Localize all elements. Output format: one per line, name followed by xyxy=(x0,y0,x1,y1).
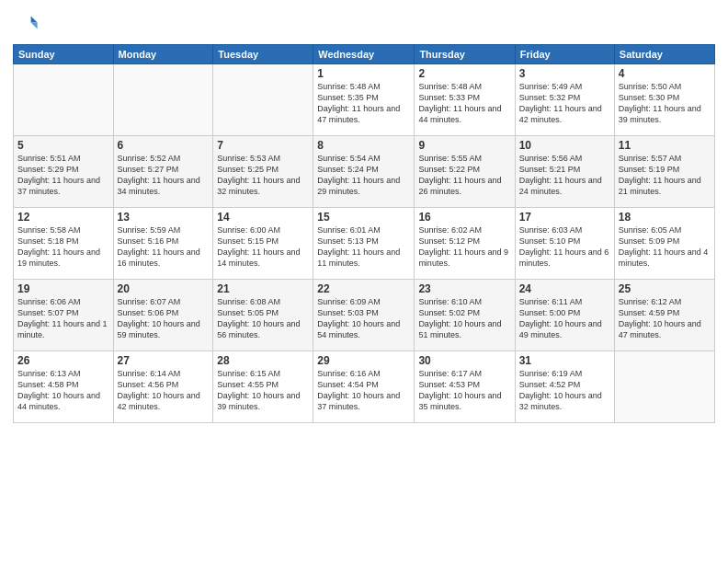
day-number: 31 xyxy=(519,354,610,367)
calendar-week-5: 26Sunrise: 6:13 AM Sunset: 4:58 PM Dayli… xyxy=(14,351,715,423)
day-info: Sunrise: 6:10 AM Sunset: 5:02 PM Dayligh… xyxy=(418,296,510,341)
day-info: Sunrise: 5:53 AM Sunset: 5:25 PM Dayligh… xyxy=(217,153,309,198)
calendar-cell: 16Sunrise: 6:02 AM Sunset: 5:12 PM Dayli… xyxy=(415,208,515,280)
day-number: 2 xyxy=(418,67,510,80)
day-number: 10 xyxy=(519,139,610,152)
calendar-cell: 6Sunrise: 5:52 AM Sunset: 5:27 PM Daylig… xyxy=(113,136,213,208)
day-info: Sunrise: 5:48 AM Sunset: 5:35 PM Dayligh… xyxy=(317,81,410,126)
day-info: Sunrise: 5:51 AM Sunset: 5:29 PM Dayligh… xyxy=(17,153,109,198)
day-number: 26 xyxy=(17,354,109,367)
day-number: 12 xyxy=(17,211,109,224)
calendar-cell xyxy=(213,64,313,136)
calendar-cell: 30Sunrise: 6:17 AM Sunset: 4:53 PM Dayli… xyxy=(415,351,515,423)
day-number: 28 xyxy=(217,354,309,367)
day-number: 27 xyxy=(118,354,210,367)
calendar-cell: 20Sunrise: 6:07 AM Sunset: 5:06 PM Dayli… xyxy=(113,280,213,351)
day-number: 17 xyxy=(519,211,610,224)
weekday-header-tuesday: Tuesday xyxy=(213,45,313,64)
day-number: 1 xyxy=(317,67,410,80)
calendar-cell xyxy=(614,351,714,423)
day-info: Sunrise: 5:49 AM Sunset: 5:32 PM Dayligh… xyxy=(519,81,610,126)
day-number: 7 xyxy=(217,139,309,152)
calendar-table: SundayMondayTuesdayWednesdayThursdayFrid… xyxy=(13,44,715,423)
calendar-cell: 23Sunrise: 6:10 AM Sunset: 5:02 PM Dayli… xyxy=(415,280,515,351)
day-number: 13 xyxy=(118,211,210,224)
day-info: Sunrise: 6:05 AM Sunset: 5:09 PM Dayligh… xyxy=(619,224,711,270)
weekday-header-thursday: Thursday xyxy=(415,45,515,64)
calendar-cell xyxy=(113,64,213,136)
calendar-cell: 19Sunrise: 6:06 AM Sunset: 5:07 PM Dayli… xyxy=(14,280,114,351)
day-info: Sunrise: 5:50 AM Sunset: 5:30 PM Dayligh… xyxy=(619,81,711,126)
calendar-cell: 3Sunrise: 5:49 AM Sunset: 5:32 PM Daylig… xyxy=(515,64,614,136)
calendar-week-4: 19Sunrise: 6:06 AM Sunset: 5:07 PM Dayli… xyxy=(14,280,715,351)
calendar-cell: 27Sunrise: 6:14 AM Sunset: 4:56 PM Dayli… xyxy=(113,351,213,423)
day-number: 18 xyxy=(619,211,711,224)
day-number: 4 xyxy=(619,67,711,80)
day-number: 21 xyxy=(217,282,309,295)
logo xyxy=(13,11,42,37)
day-info: Sunrise: 5:58 AM Sunset: 5:18 PM Dayligh… xyxy=(17,224,109,270)
day-info: Sunrise: 5:54 AM Sunset: 5:24 PM Dayligh… xyxy=(317,153,410,198)
day-info: Sunrise: 5:57 AM Sunset: 5:19 PM Dayligh… xyxy=(619,153,711,198)
day-info: Sunrise: 6:17 AM Sunset: 4:53 PM Dayligh… xyxy=(418,368,510,413)
day-number: 15 xyxy=(317,211,410,224)
weekday-header-wednesday: Wednesday xyxy=(313,45,415,64)
weekday-header-saturday: Saturday xyxy=(614,45,714,64)
day-info: Sunrise: 6:00 AM Sunset: 5:15 PM Dayligh… xyxy=(217,224,309,270)
day-number: 3 xyxy=(519,67,610,80)
calendar-cell: 2Sunrise: 5:48 AM Sunset: 5:33 PM Daylig… xyxy=(415,64,515,136)
day-info: Sunrise: 6:02 AM Sunset: 5:12 PM Dayligh… xyxy=(418,224,510,270)
day-info: Sunrise: 6:06 AM Sunset: 5:07 PM Dayligh… xyxy=(17,296,109,341)
calendar-cell: 26Sunrise: 6:13 AM Sunset: 4:58 PM Dayli… xyxy=(14,351,114,423)
calendar-cell: 11Sunrise: 5:57 AM Sunset: 5:19 PM Dayli… xyxy=(614,136,714,208)
weekday-header-friday: Friday xyxy=(515,45,614,64)
day-info: Sunrise: 6:13 AM Sunset: 4:58 PM Dayligh… xyxy=(17,368,109,413)
day-number: 6 xyxy=(118,139,210,152)
day-info: Sunrise: 6:15 AM Sunset: 4:55 PM Dayligh… xyxy=(217,368,309,413)
calendar-cell xyxy=(14,64,114,136)
logo-icon xyxy=(13,11,39,37)
calendar-cell: 10Sunrise: 5:56 AM Sunset: 5:21 PM Dayli… xyxy=(515,136,614,208)
day-number: 9 xyxy=(418,139,510,152)
calendar-cell: 14Sunrise: 6:00 AM Sunset: 5:15 PM Dayli… xyxy=(213,208,313,280)
svg-marker-1 xyxy=(31,23,38,29)
day-number: 14 xyxy=(217,211,309,224)
calendar-cell: 22Sunrise: 6:09 AM Sunset: 5:03 PM Dayli… xyxy=(313,280,415,351)
day-number: 30 xyxy=(418,354,510,367)
day-info: Sunrise: 6:11 AM Sunset: 5:00 PM Dayligh… xyxy=(519,296,610,341)
day-info: Sunrise: 6:16 AM Sunset: 4:54 PM Dayligh… xyxy=(317,368,410,413)
calendar-cell: 31Sunrise: 6:19 AM Sunset: 4:52 PM Dayli… xyxy=(515,351,614,423)
day-number: 5 xyxy=(17,139,109,152)
calendar-cell: 8Sunrise: 5:54 AM Sunset: 5:24 PM Daylig… xyxy=(313,136,415,208)
day-info: Sunrise: 6:19 AM Sunset: 4:52 PM Dayligh… xyxy=(519,368,610,413)
calendar-cell: 25Sunrise: 6:12 AM Sunset: 4:59 PM Dayli… xyxy=(614,280,714,351)
calendar-cell: 17Sunrise: 6:03 AM Sunset: 5:10 PM Dayli… xyxy=(515,208,614,280)
main-container: SundayMondayTuesdayWednesdayThursdayFrid… xyxy=(0,0,728,563)
header xyxy=(13,11,715,37)
svg-marker-0 xyxy=(31,17,38,23)
calendar-cell: 18Sunrise: 6:05 AM Sunset: 5:09 PM Dayli… xyxy=(614,208,714,280)
day-info: Sunrise: 6:09 AM Sunset: 5:03 PM Dayligh… xyxy=(317,296,410,341)
day-info: Sunrise: 5:56 AM Sunset: 5:21 PM Dayligh… xyxy=(519,153,610,198)
calendar-cell: 9Sunrise: 5:55 AM Sunset: 5:22 PM Daylig… xyxy=(415,136,515,208)
calendar-week-2: 5Sunrise: 5:51 AM Sunset: 5:29 PM Daylig… xyxy=(14,136,715,208)
calendar-cell: 29Sunrise: 6:16 AM Sunset: 4:54 PM Dayli… xyxy=(313,351,415,423)
day-info: Sunrise: 6:03 AM Sunset: 5:10 PM Dayligh… xyxy=(519,224,610,270)
day-number: 22 xyxy=(317,282,410,295)
day-info: Sunrise: 6:07 AM Sunset: 5:06 PM Dayligh… xyxy=(118,296,210,341)
calendar-cell: 21Sunrise: 6:08 AM Sunset: 5:05 PM Dayli… xyxy=(213,280,313,351)
day-info: Sunrise: 6:12 AM Sunset: 4:59 PM Dayligh… xyxy=(619,296,711,341)
calendar-cell: 5Sunrise: 5:51 AM Sunset: 5:29 PM Daylig… xyxy=(14,136,114,208)
day-info: Sunrise: 5:52 AM Sunset: 5:27 PM Dayligh… xyxy=(118,153,210,198)
day-info: Sunrise: 6:14 AM Sunset: 4:56 PM Dayligh… xyxy=(118,368,210,413)
day-info: Sunrise: 5:55 AM Sunset: 5:22 PM Dayligh… xyxy=(418,153,510,198)
calendar-cell: 28Sunrise: 6:15 AM Sunset: 4:55 PM Dayli… xyxy=(213,351,313,423)
calendar-week-3: 12Sunrise: 5:58 AM Sunset: 5:18 PM Dayli… xyxy=(14,208,715,280)
weekday-header-sunday: Sunday xyxy=(14,45,114,64)
day-number: 20 xyxy=(118,282,210,295)
calendar-cell: 1Sunrise: 5:48 AM Sunset: 5:35 PM Daylig… xyxy=(313,64,415,136)
day-info: Sunrise: 6:01 AM Sunset: 5:13 PM Dayligh… xyxy=(317,224,410,270)
day-number: 29 xyxy=(317,354,410,367)
day-number: 11 xyxy=(619,139,711,152)
weekday-header-row: SundayMondayTuesdayWednesdayThursdayFrid… xyxy=(14,45,715,64)
